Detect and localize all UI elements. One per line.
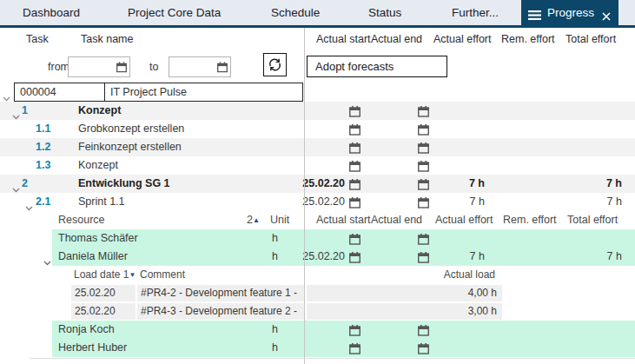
resource-row[interactable]: Ronja Koch h [0, 321, 635, 339]
calendar-icon[interactable] [349, 196, 360, 212]
task-row[interactable]: 1.3 Konzept [0, 156, 635, 175]
calendar-icon[interactable] [116, 61, 127, 76]
load-row[interactable]: 25.02.20 #PR4-2 - Development feature 1 … [0, 284, 635, 302]
task-row[interactable]: 2 Entwicklung SG 1 25.02.20 7 h 7 h [0, 175, 635, 193]
tab-project-core-data[interactable]: Project Core Data [128, 0, 221, 25]
menu-icon[interactable] [528, 8, 541, 23]
tab-status[interactable]: Status [368, 0, 401, 25]
col-comment[interactable]: Comment [140, 266, 185, 284]
calendar-icon[interactable] [349, 342, 360, 358]
col-actual-effort: Actual effort [435, 211, 493, 229]
task-row[interactable]: 1 Konzept [0, 102, 635, 120]
grid-header-row: Task Task name Actual start Actual end A… [0, 30, 635, 50]
total-effort-value: 7 h [556, 248, 622, 266]
tab-schedule[interactable]: Schedule [271, 0, 320, 25]
calendar-icon[interactable] [418, 123, 429, 139]
sort-indicator[interactable]: 2▲ [247, 211, 260, 229]
adopt-forecasts-button[interactable]: Adopt forecasts [307, 56, 447, 77]
task-row[interactable]: 1.1 Grobkonzept erstellen [0, 120, 635, 138]
tab-further[interactable]: Further... [452, 0, 499, 25]
calendar-icon[interactable] [349, 324, 360, 340]
load-header-row: Load date 1▼ Comment Actual load [0, 266, 635, 284]
calendar-icon[interactable] [349, 160, 360, 175]
calendar-icon[interactable] [349, 123, 360, 139]
resource-unit: h [272, 339, 278, 357]
resource-row[interactable]: Thomas Schäfer h [0, 229, 635, 248]
resource-row[interactable]: Herbert Huber h [0, 339, 635, 357]
actual-start-value: 25.02.20 [295, 193, 345, 211]
load-comment: #PR4-2 - Development feature 1 - [137, 285, 304, 301]
col-task-name: Task name [81, 30, 133, 50]
col-actual-effort: Actual effort [433, 30, 491, 50]
project-row[interactable]: 000004 IT Project Pulse [0, 83, 635, 102]
panel-divider [304, 28, 305, 364]
calendar-icon[interactable] [418, 196, 429, 212]
project-id-cell[interactable]: 000004 [14, 83, 105, 102]
col-actual-start: Actual start [316, 211, 371, 229]
task-row[interactable]: 2.1 Sprint 1.1 25.02.20 7 h 7 h [0, 193, 635, 211]
calendar-icon[interactable] [418, 160, 429, 175]
col-rem-effort: Rem. effort [501, 30, 555, 50]
from-date-field [68, 56, 130, 77]
calendar-icon[interactable] [349, 178, 360, 194]
calendar-icon[interactable] [418, 342, 429, 358]
resource-name: Herbert Huber [58, 339, 127, 357]
col-actual-end: Actual end [371, 30, 422, 50]
sort-desc-icon: ▼ [129, 271, 136, 279]
col-unit[interactable]: Unit [270, 211, 289, 229]
calendar-icon[interactable] [349, 233, 360, 248]
resource-row-highlight [52, 339, 635, 357]
resource-name: Thomas Schäfer [58, 229, 138, 248]
resource-name: Ronja Koch [58, 321, 115, 339]
calendar-icon[interactable] [217, 61, 228, 76]
calendar-icon[interactable] [418, 324, 429, 340]
progress-window: Dashboard Project Core Data Schedule Sta… [0, 0, 635, 364]
task-id: 1 [22, 102, 28, 120]
resource-name: Daniela Müller [58, 248, 128, 266]
calendar-icon[interactable] [418, 251, 429, 267]
calendar-icon[interactable] [349, 105, 360, 121]
resource-row-highlight [52, 229, 635, 248]
col-actual-load[interactable]: Actual load [391, 266, 495, 284]
tab-dashboard[interactable]: Dashboard [23, 0, 80, 25]
load-row[interactable]: 25.02.20 #PR4-3 - Development feature 2 … [0, 302, 635, 321]
table-bottom-border [30, 358, 635, 359]
actual-start-value: 25.02.20 [295, 175, 345, 193]
refresh-button[interactable] [263, 53, 287, 76]
task-name: Entwicklung SG 1 [78, 175, 170, 193]
col-resource[interactable]: Resource [58, 211, 105, 229]
from-date-input[interactable] [70, 57, 116, 76]
col-total-effort: Total effort [566, 30, 616, 50]
col-load-date[interactable]: Load date 1▼ [74, 266, 136, 284]
resource-row[interactable]: Daniela Müller h 25.02.20 7 h 7 h [0, 248, 635, 266]
load-comment: #PR4-3 - Development feature 2 - [137, 303, 304, 320]
close-icon[interactable] [602, 9, 611, 24]
col-rem-effort: Rem. effort [503, 211, 557, 229]
task-id: 1.2 [36, 138, 50, 156]
task-row[interactable]: 1.2 Feinkonzept erstellen [0, 138, 635, 156]
to-label: to [149, 56, 158, 77]
calendar-icon[interactable] [418, 233, 429, 248]
task-name: Grobkonzept erstellen [78, 120, 184, 138]
total-effort-value: 7 h [556, 175, 622, 193]
task-name: Konzept [78, 102, 121, 120]
calendar-icon[interactable] [349, 142, 360, 157]
calendar-icon[interactable] [418, 178, 429, 194]
col-total-effort: Total effort [567, 211, 618, 229]
load-value: 4,00 h [307, 285, 502, 301]
actual-effort-value: 7 h [430, 193, 485, 211]
task-name: Sprint 1.1 [78, 193, 125, 211]
load-date: 25.02.20 [71, 303, 136, 320]
task-name: Konzept [78, 156, 118, 175]
tab-progress[interactable]: Progress [521, 0, 618, 28]
calendar-icon[interactable] [418, 142, 429, 157]
calendar-icon[interactable] [349, 251, 360, 267]
sort-asc-icon: ▲ [253, 216, 260, 224]
filter-row: from to Adopt forecasts [0, 50, 635, 83]
actual-start-value: 25.02.20 [295, 248, 345, 266]
calendar-icon[interactable] [418, 105, 429, 121]
actual-effort-value: 7 h [430, 175, 485, 193]
project-name-cell[interactable]: IT Project Pulse [104, 83, 303, 102]
resource-unit: h [272, 321, 278, 339]
to-date-input[interactable] [171, 57, 216, 76]
